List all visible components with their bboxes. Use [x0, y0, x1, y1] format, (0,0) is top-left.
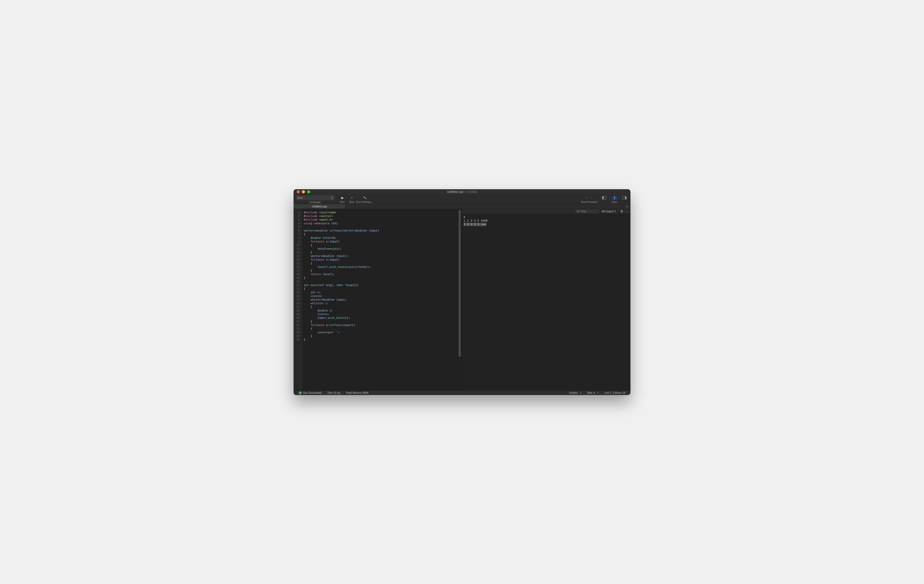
line-number: 2: [294, 214, 300, 218]
line-number: 29: [294, 312, 300, 316]
panel-left-icon: [602, 196, 606, 200]
traffic-lights: [294, 190, 310, 193]
status-run: ✓ Run Succeeded: [296, 391, 324, 395]
toolbar: C++ ▲▼ Language ▶ Run ■ Stop: [294, 195, 630, 204]
view-left-panel-button[interactable]: [601, 195, 607, 200]
line-number: 6: [294, 229, 300, 233]
status-time: Time 10 ms: [325, 391, 343, 395]
output-expand-button[interactable]: ⌄: [627, 210, 629, 213]
forward-button[interactable]: ›: [589, 195, 594, 200]
line-number: 9: [294, 240, 300, 244]
output-toolbar: Filter All Output ▲▼ 🗑 ⌄: [462, 209, 630, 214]
trash-icon: 🗑: [620, 210, 624, 213]
minimize-window-button[interactable]: [302, 190, 305, 193]
backforward-group: ‹ › Back/Forward: [581, 195, 597, 203]
wrench-icon: 🔧: [363, 195, 367, 200]
tab-active[interactable]: Untitled.cpp: [294, 204, 345, 209]
line-number: 5: [294, 225, 300, 229]
line-number: 30: [294, 316, 300, 320]
run-button[interactable]: ▶: [338, 195, 347, 200]
status-cursor[interactable]: Line 2, Column 18: [602, 391, 628, 394]
separator: [599, 210, 599, 213]
tab-bar: Untitled.cpp +: [294, 204, 630, 209]
separator: [619, 196, 620, 200]
status-run-label: Run Succeeded: [303, 391, 322, 394]
line-number: 14: [294, 258, 300, 262]
stop-button[interactable]: ■: [347, 195, 356, 200]
status-tabs-label: Tabs: 4: [587, 391, 595, 394]
line-gutter: 1234567891011121314151617181920212223242…: [294, 209, 302, 390]
status-memory-label: Peak Memory 868K: [346, 391, 369, 394]
close-window-button[interactable]: [297, 190, 300, 193]
line-number: 4: [294, 222, 300, 225]
app-window: Untitled.cpp — Edited C++ ▲▼ Language ▶ …: [294, 189, 630, 395]
backforward-buttons: ‹ ›: [584, 195, 594, 200]
editor-scrollbar[interactable]: [459, 210, 461, 389]
line-number: 21: [294, 284, 300, 287]
line-number: 16: [294, 265, 300, 269]
stop-icon: ■: [351, 196, 353, 200]
play-icon: ▶: [341, 196, 344, 200]
zoom-window-button[interactable]: [307, 190, 310, 193]
language-select[interactable]: C++ ▲▼: [295, 195, 335, 200]
view-group: View: [601, 195, 629, 203]
scrollbar-thumb[interactable]: [459, 210, 461, 357]
line-number: 36: [294, 338, 300, 341]
line-number: 8: [294, 236, 300, 240]
console-output[interactable]: 61 2 3 4 5 10000 0 0 0 0 nan: [462, 214, 630, 390]
titlebar[interactable]: Untitled.cpp — Edited: [294, 189, 630, 195]
view-buttons: [601, 195, 629, 200]
status-memory: Peak Memory 868K: [343, 391, 371, 395]
back-button[interactable]: ‹: [584, 195, 589, 200]
window-title: Untitled.cpp — Edited: [294, 190, 630, 194]
console-line: 6: [464, 215, 629, 219]
clear-output-button[interactable]: 🗑: [620, 210, 624, 213]
output-pane: Filter All Output ▲▼ 🗑 ⌄: [462, 209, 630, 390]
panel-middle-icon: [612, 196, 616, 200]
view-label: View: [612, 201, 617, 203]
output-selector-value: All Output: [602, 210, 613, 213]
line-number: 15: [294, 262, 300, 265]
code-editor[interactable]: #include <iostream> #include <vector> #i…: [302, 209, 461, 390]
line-number: 11: [294, 247, 300, 251]
language-label: Language: [309, 201, 321, 203]
status-time-label: Time 10 ms: [327, 391, 340, 394]
status-bar: ✓ Run Succeeded Time 10 ms Peak Memory 8…: [294, 390, 630, 395]
line-number: 19: [294, 276, 300, 280]
line-number: 24: [294, 294, 300, 298]
line-number: 17: [294, 269, 300, 272]
output-filter-input[interactable]: Filter: [575, 209, 597, 213]
line-number: 34: [294, 331, 300, 334]
language-value: C++: [297, 196, 303, 200]
run-settings-button[interactable]: 🔧: [360, 195, 370, 200]
plus-icon: +: [626, 204, 628, 208]
stop-label: Stop: [349, 201, 355, 203]
status-symbol-label: Symbol: [569, 391, 578, 394]
console-line: 1 2 3 4 5 1000: [464, 219, 629, 223]
line-number: 27: [294, 305, 300, 309]
page: Untitled.cpp — Edited C++ ▲▼ Language ▶ …: [0, 0, 924, 584]
run-group: ▶ Run: [338, 195, 347, 203]
line-number: 33: [294, 327, 300, 331]
line-number: 22: [294, 287, 300, 291]
content-area: 1234567891011121314151617181920212223242…: [294, 209, 630, 390]
view-middle-panel-button[interactable]: [611, 195, 618, 200]
status-cursor-label: Line 2, Column 18: [604, 391, 625, 394]
console-line: 0 0 0 0 0 nan: [464, 223, 629, 226]
select-arrows-icon: ▲▼: [331, 196, 333, 199]
line-number: 31: [294, 320, 300, 323]
line-number: 32: [294, 323, 300, 327]
tab-add-button[interactable]: +: [624, 204, 630, 209]
status-tabs-select[interactable]: Tabs: 4 ▲▼: [584, 391, 601, 394]
line-number: 13: [294, 254, 300, 258]
stop-group: ■ Stop: [347, 195, 356, 203]
line-number: 28: [294, 309, 300, 312]
line-number: 26: [294, 302, 300, 305]
line-number: 7: [294, 233, 300, 236]
line-number: 23: [294, 291, 300, 294]
output-selector[interactable]: All Output ▲▼: [601, 210, 617, 213]
chevron-down-icon: ⌄: [627, 210, 629, 213]
view-right-panel-button[interactable]: [621, 195, 628, 200]
status-symbol-select[interactable]: Symbol ▲▼: [566, 391, 584, 394]
title-sep: —: [463, 190, 468, 194]
